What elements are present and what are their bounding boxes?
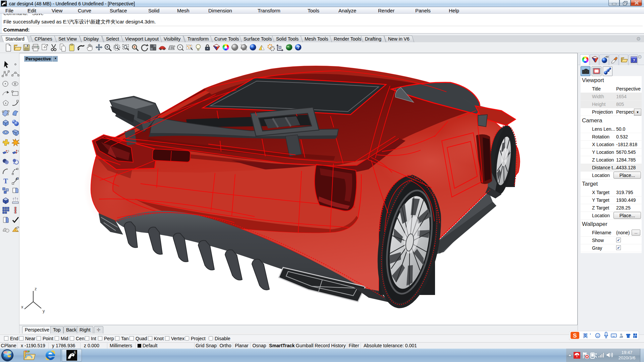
svg-text:6: 6 <box>74 350 76 354</box>
svg-text:?: ? <box>633 58 635 62</box>
svg-text:’: ’ <box>590 333 591 338</box>
svg-text:y: y <box>43 308 45 313</box>
svg-text:?: ? <box>297 44 300 50</box>
svg-text:x: x <box>21 304 23 309</box>
svg-text:S: S <box>573 333 577 339</box>
svg-text:T: T <box>3 177 8 185</box>
svg-text:z: z <box>35 286 37 291</box>
svg-text:英: 英 <box>583 333 588 338</box>
